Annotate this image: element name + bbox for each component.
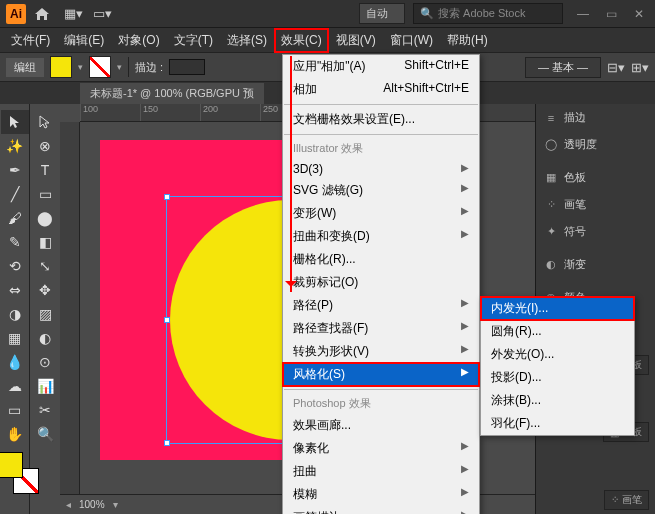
symbol-sprayer-tool[interactable]: ☁ [1, 374, 29, 398]
mesh-tool[interactable]: ▦ [1, 326, 29, 350]
hand-tool[interactable]: ✋ [1, 422, 29, 446]
panel-symbols[interactable]: ✦符号 [536, 218, 655, 245]
rectangle-tool[interactable]: ▭ [31, 182, 59, 206]
menu-brush-strokes[interactable]: 画笔描边▶ [283, 506, 479, 514]
menu-view[interactable]: 视图(V) [329, 28, 383, 53]
submenu-drop-shadow[interactable]: 投影(D)... [481, 366, 634, 389]
titlebar: Ai ▦▾ ▭▾ 自动 🔍 搜索 Adobe Stock — ▭ ✕ [0, 0, 655, 28]
menu-select[interactable]: 选择(S) [220, 28, 274, 53]
menu-object[interactable]: 对象(O) [111, 28, 166, 53]
blob-brush-tool[interactable]: ⬤ [31, 206, 59, 230]
menu-stylize[interactable]: 风格化(S)▶ [283, 363, 479, 386]
selection-tool[interactable] [1, 110, 29, 134]
zoom-level[interactable]: 100% [79, 499, 105, 510]
document-tab[interactable]: 未标题-1* @ 100% (RGB/GPU 预 [80, 83, 264, 104]
type-tool[interactable]: T [31, 158, 59, 182]
perspective-grid-tool[interactable]: ▨ [31, 302, 59, 326]
stroke-label: 描边 : [135, 60, 163, 75]
pen-tool[interactable]: ✒ [1, 158, 29, 182]
menu-window[interactable]: 窗口(W) [383, 28, 440, 53]
slice-tool[interactable]: ✂ [31, 398, 59, 422]
ruler-vertical [60, 122, 80, 494]
menu-3d[interactable]: 3D(3)▶ [283, 159, 479, 179]
menu-rasterize[interactable]: 栅格化(R)... [283, 248, 479, 271]
panel-gradient[interactable]: ◐渐变 [536, 251, 655, 278]
panel-swatches[interactable]: ▦色板 [536, 164, 655, 191]
app-logo: Ai [6, 4, 26, 24]
paintbrush-tool[interactable]: 🖌 [1, 206, 29, 230]
menu-help[interactable]: 帮助(H) [440, 28, 495, 53]
menu-raster-settings[interactable]: 文档栅格效果设置(E)... [283, 108, 479, 131]
menu-file[interactable]: 文件(F) [4, 28, 57, 53]
rotate-tool[interactable]: ⟲ [1, 254, 29, 278]
free-transform-tool[interactable]: ✥ [31, 278, 59, 302]
stroke-weight-input[interactable] [169, 59, 205, 75]
menu-edit[interactable]: 编辑(E) [57, 28, 111, 53]
gradient-icon: ◐ [544, 258, 558, 272]
menu-effect-gallery[interactable]: 效果画廊... [283, 414, 479, 437]
lasso-tool[interactable]: ⊗ [31, 134, 59, 158]
fill-swatch[interactable] [50, 56, 72, 78]
handle-bl[interactable] [164, 440, 170, 446]
direct-selection-tool[interactable] [31, 110, 59, 134]
menu-apply-last[interactable]: 应用"相加"(A)Shift+Ctrl+E [283, 55, 479, 78]
menu-pathfinder[interactable]: 路径查找器(F)▶ [283, 317, 479, 340]
submenu-outer-glow[interactable]: 外发光(O)... [481, 343, 634, 366]
menu-distort-transform[interactable]: 扭曲和变换(D)▶ [283, 225, 479, 248]
submenu-scribble[interactable]: 涂抹(B)... [481, 389, 634, 412]
menu-add-last[interactable]: 相加Alt+Shift+Ctrl+E [283, 78, 479, 101]
transform-icon[interactable]: ⊞▾ [631, 60, 649, 75]
menu-svg-filter[interactable]: SVG 滤镜(G)▶ [283, 179, 479, 202]
blend-tool[interactable]: ⊙ [31, 350, 59, 374]
arrange-icon[interactable]: ▭▾ [93, 6, 112, 21]
effect-menu-popup: 应用"相加"(A)Shift+Ctrl+E 相加Alt+Shift+Ctrl+E… [282, 54, 480, 514]
workspace-switcher[interactable]: 自动 [359, 3, 405, 24]
panel-transparency[interactable]: ◯透明度 [536, 131, 655, 158]
menu-path[interactable]: 路径(P)▶ [283, 294, 479, 317]
graphic-style[interactable]: — 基本 — [525, 57, 601, 78]
eyedropper-tool[interactable]: 💧 [1, 350, 29, 374]
submenu-inner-glow[interactable]: 内发光(I)... [481, 297, 634, 320]
search-adobe-stock[interactable]: 🔍 搜索 Adobe Stock [413, 3, 563, 24]
align-icon[interactable]: ⊟▾ [607, 60, 625, 75]
menu-type[interactable]: 文字(T) [167, 28, 220, 53]
stroke-swatch[interactable] [89, 56, 111, 78]
swatches-icon: ▦ [544, 171, 558, 185]
transparency-icon: ◯ [544, 138, 558, 152]
search-icon: 🔍 [420, 7, 434, 20]
menu-blur[interactable]: 模糊▶ [283, 483, 479, 506]
pencil-tool[interactable]: ✎ [1, 230, 29, 254]
magic-wand-tool[interactable]: ✨ [1, 134, 29, 158]
panel-tab-brushes[interactable]: ⁘ 画笔 [604, 490, 649, 510]
panel-stroke[interactable]: ≡描边 [536, 104, 655, 131]
menu-warp[interactable]: 变形(W)▶ [283, 202, 479, 225]
menu-convert-shape[interactable]: 转换为形状(V)▶ [283, 340, 479, 363]
column-graph-tool[interactable]: 📊 [31, 374, 59, 398]
maximize-button[interactable]: ▭ [601, 6, 621, 22]
fill-stroke-indicator[interactable] [0, 452, 33, 488]
shape-builder-tool[interactable]: ◑ [1, 302, 29, 326]
minimize-button[interactable]: — [573, 6, 593, 22]
panel-brushes[interactable]: ⁘画笔 [536, 191, 655, 218]
menubar: 文件(F) 编辑(E) 对象(O) 文字(T) 选择(S) 效果(C) 视图(V… [0, 28, 655, 52]
symbol-icon: ✦ [544, 225, 558, 239]
bridge-icon[interactable]: ▦▾ [64, 6, 83, 21]
gradient-tool[interactable]: ◐ [31, 326, 59, 350]
home-icon[interactable] [34, 7, 50, 21]
submenu-round-corners[interactable]: 圆角(R)... [481, 320, 634, 343]
artboard-tool[interactable]: ▭ [1, 398, 29, 422]
toolbar-left-col2: ⊗ T ▭ ⬤ ◧ ⤡ ✥ ▨ ◐ ⊙ 📊 ✂ 🔍 [30, 104, 60, 514]
handle-ml[interactable] [164, 317, 170, 323]
zoom-tool[interactable]: 🔍 [31, 422, 59, 446]
line-tool[interactable]: ╱ [1, 182, 29, 206]
menu-pixelate[interactable]: 像素化▶ [283, 437, 479, 460]
submenu-feather[interactable]: 羽化(F)... [481, 412, 634, 435]
menu-crop-marks[interactable]: 裁剪标记(O) [283, 271, 479, 294]
width-tool[interactable]: ⇔ [1, 278, 29, 302]
close-button[interactable]: ✕ [629, 6, 649, 22]
handle-tl[interactable] [164, 194, 170, 200]
scale-tool[interactable]: ⤡ [31, 254, 59, 278]
eraser-tool[interactable]: ◧ [31, 230, 59, 254]
menu-distort-ps[interactable]: 扭曲▶ [283, 460, 479, 483]
menu-effect[interactable]: 效果(C) [274, 28, 329, 53]
